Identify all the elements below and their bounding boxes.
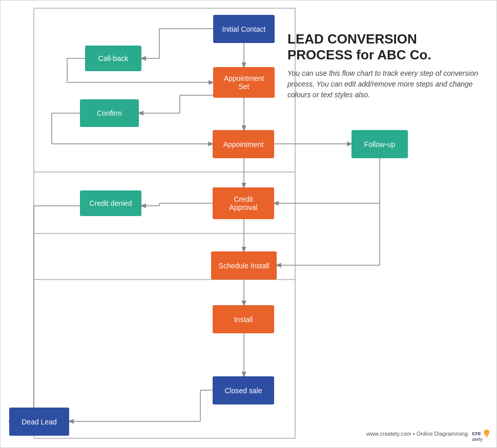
diagram-container: Initial Contact Call-back AppointmentSet… (0, 0, 497, 448)
creately-logo: cre ately (472, 425, 490, 443)
initial-contact-node: Initial Contact (213, 15, 275, 43)
title-block: LEAD CONVERSION PROCESS for ABC Co. You … (287, 31, 482, 100)
svg-text:ately: ately (472, 436, 483, 442)
appointment-node: Appointment (213, 130, 274, 158)
dead-lead-node: Dead Lead (9, 408, 69, 436)
call-back-node: Call-back (85, 46, 141, 71)
credit-approval-node: CreditApproval (213, 187, 274, 219)
svg-rect-39 (485, 435, 488, 437)
schedule-install-node: Schedule Install (211, 251, 277, 280)
credit-denied-node: Credit denied (80, 190, 141, 216)
appointment-set-node: AppointmentSet (213, 67, 275, 98)
install-node: Install (213, 305, 274, 333)
footer-text: www.creately.com • Online Diagramming (366, 430, 468, 438)
diagram-title: LEAD CONVERSION PROCESS for ABC Co. (287, 31, 482, 63)
closed-sale-node: Closed sale (213, 376, 274, 404)
follow-up-node: Follow-up (351, 130, 408, 158)
diagram-description: You can use this flow chart to track eve… (287, 68, 482, 100)
svg-text:cre: cre (472, 430, 481, 436)
confirm-node: Confirm (80, 99, 139, 127)
svg-point-38 (484, 430, 489, 435)
footer: www.creately.com • Online Diagramming cr… (366, 425, 490, 443)
